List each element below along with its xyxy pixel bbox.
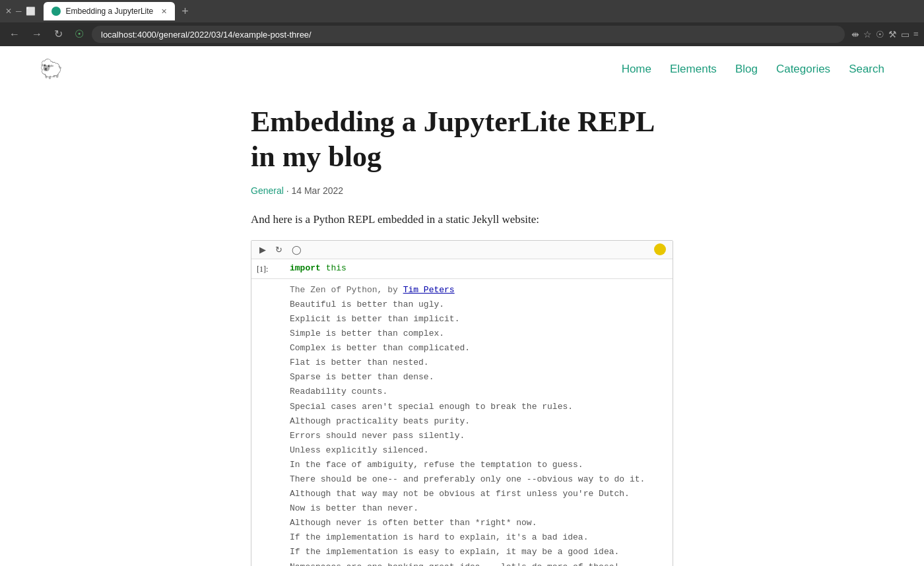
- site-logo: 🐑: [40, 58, 63, 80]
- article-title: Embedding a JupyterLite REPL in my blog: [251, 105, 673, 175]
- article-meta: General · 14 Mar 2022: [251, 185, 673, 196]
- nav-link-home[interactable]: Home: [622, 63, 651, 75]
- wrench-icon[interactable]: ⚒: [888, 29, 897, 40]
- kernel-indicator: [654, 243, 666, 255]
- forward-button[interactable]: →: [28, 28, 46, 41]
- refresh-button[interactable]: ↻: [50, 28, 67, 41]
- keyword-this: this: [326, 263, 346, 273]
- extensions-icon[interactable]: ▭: [901, 29, 909, 40]
- browser-icons: ⇼ ☆ ☉ ⚒ ▭ ≡: [851, 29, 919, 40]
- repl-refresh-button[interactable]: ↻: [274, 243, 284, 256]
- tab-bar: ✕ ─ ⬜ Embedding a JupyterLite ✕ +: [0, 0, 924, 22]
- cell-code: import this: [284, 263, 673, 273]
- menu-icon[interactable]: ≡: [913, 29, 919, 40]
- article-date: · 14 Mar 2022: [286, 185, 343, 196]
- cell-label-1: [1]:: [251, 265, 284, 274]
- browser-tab-active[interactable]: Embedding a JupyterLite ✕: [44, 2, 176, 20]
- keyword-import: import: [290, 263, 321, 273]
- nav-link-categories[interactable]: Categories: [776, 63, 830, 75]
- repl-output-cell: The Zen of Python, by Tim Peters Beautif…: [251, 279, 673, 566]
- tab-close-button[interactable]: ✕: [161, 7, 167, 16]
- repl-run-button[interactable]: ▶: [258, 243, 267, 256]
- window-minimize[interactable]: ─: [16, 7, 22, 16]
- nav-link-search[interactable]: Search: [849, 63, 884, 75]
- shield-browser-icon[interactable]: ☉: [876, 29, 884, 40]
- zen-output: The Zen of Python, by Tim Peters Beautif…: [290, 283, 667, 566]
- repl-cell-1: [1]: import this: [251, 259, 673, 278]
- article-category[interactable]: General: [251, 185, 284, 196]
- window-close[interactable]: ✕: [5, 7, 12, 16]
- site-nav: 🐑 Home Elements Blog Categories Search: [0, 46, 924, 92]
- repl-toolbar: ▶ ↻ ◯: [251, 241, 673, 259]
- grid-icon[interactable]: ⇼: [851, 29, 859, 40]
- new-tab-button[interactable]: +: [178, 2, 193, 20]
- back-button[interactable]: ←: [5, 28, 24, 41]
- article-intro: And here is a Python REPL embedded in a …: [251, 210, 673, 228]
- nav-link-blog[interactable]: Blog: [735, 63, 758, 75]
- shield-icon[interactable]: ☉: [71, 28, 88, 41]
- star-icon[interactable]: ☆: [863, 29, 872, 40]
- nav-bar: ← → ↻ ☉ localhost:4000/general/2022/03/1…: [0, 22, 924, 46]
- nav-link-elements[interactable]: Elements: [670, 63, 717, 75]
- tab-favicon: [51, 7, 61, 16]
- page-wrapper: 🐑 Home Elements Blog Categories Search E…: [0, 46, 924, 566]
- address-bar[interactable]: localhost:4000/general/2022/03/14/exampl…: [92, 26, 845, 43]
- window-maximize[interactable]: ⬜: [26, 7, 36, 16]
- browser-chrome: ✕ ─ ⬜ Embedding a JupyterLite ✕ + ← → ↻ …: [0, 0, 924, 46]
- nav-links: Home Elements Blog Categories Search: [622, 63, 884, 76]
- tab-title: Embedding a JupyterLite: [66, 7, 154, 16]
- repl-output-content: The Zen of Python, by Tim Peters Beautif…: [284, 283, 673, 566]
- repl-stop-button[interactable]: ◯: [290, 243, 303, 256]
- article-container: Embedding a JupyterLite REPL in my blog …: [211, 92, 713, 566]
- repl-widget: ▶ ↻ ◯ [1]: import this The Zen of Python…: [251, 240, 673, 566]
